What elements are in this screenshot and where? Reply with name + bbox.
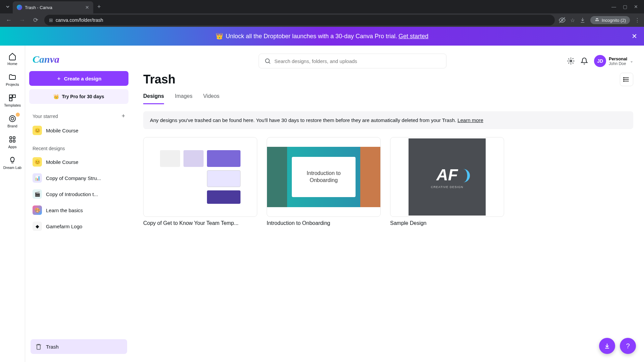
icon-rail: Home Projects Templates Brand Apps Dream…	[0, 46, 25, 362]
rail-label: Projects	[6, 82, 19, 86]
logo-mark: AF	[431, 166, 463, 184]
design-grid: Copy of Get to Know Your Team Temp... In…	[143, 137, 633, 226]
search-input[interactable]	[274, 58, 441, 64]
try-pro-button[interactable]: 👑 Try Pro for 30 days	[29, 89, 128, 104]
design-thumb-icon: ◆	[33, 222, 42, 231]
sidebar-item-label: Gamefarm Logo	[46, 224, 125, 229]
browser-tab[interactable]: Trash - Canva ✕	[13, 1, 93, 13]
settings-icon[interactable]	[567, 57, 575, 65]
design-thumbnail: Introduction to Onboarding	[267, 137, 381, 217]
incognito-label: Incognito (2)	[602, 18, 626, 23]
info-text: Any designs you've trashed can be found …	[150, 117, 456, 123]
recent-item-introduction[interactable]: 🎬 Copy of Introduction t...	[29, 186, 128, 202]
svg-point-7	[9, 116, 15, 122]
sidebar-item-label: Mobile Course	[46, 128, 125, 133]
view-toggle-button[interactable]	[620, 73, 633, 86]
reload-button[interactable]: ⟳	[31, 15, 40, 25]
svg-point-2	[595, 20, 597, 21]
rail-dreamlab[interactable]: Dream Lab	[2, 154, 23, 172]
window-controls: — ▢ ✕	[611, 4, 641, 9]
svg-rect-6	[9, 98, 12, 101]
canva-favicon	[17, 5, 22, 10]
help-fab[interactable]: ?	[620, 338, 636, 354]
browser-menu-icon[interactable]: ⋮	[635, 17, 640, 23]
minimize-icon[interactable]: —	[611, 4, 616, 9]
brand-icon	[8, 115, 16, 123]
topbar: JD Personal John Doe ⌄	[143, 54, 633, 68]
eye-off-icon[interactable]	[559, 17, 566, 23]
banner-text: Unlock all the Droptober launches with a…	[226, 33, 397, 40]
rail-label: Dream Lab	[3, 166, 21, 170]
starred-header: Your starred +	[29, 110, 128, 122]
banner-close-icon[interactable]: ✕	[632, 32, 637, 40]
bookmark-star-icon[interactable]: ☆	[570, 17, 575, 23]
content-tabs: Designs Images Videos	[143, 93, 633, 105]
profile-menu[interactable]: JD Personal John Doe ⌄	[594, 55, 633, 67]
starred-item-mobile-course[interactable]: 😊 Mobile Course	[29, 122, 128, 138]
starred-label: Your starred	[33, 114, 58, 119]
fab-container: ?	[599, 338, 636, 354]
templates-icon	[8, 94, 16, 102]
design-card[interactable]: Introduction to Onboarding Introduction …	[267, 137, 381, 226]
tab-search-dropdown[interactable]	[3, 2, 13, 12]
learn-more-link[interactable]: Learn more	[458, 117, 483, 123]
logo-tagline: CREATIVE DESIGN	[431, 185, 463, 189]
new-tab-button[interactable]: +	[93, 3, 105, 10]
close-window-icon[interactable]: ✕	[634, 4, 638, 9]
rail-home[interactable]: Home	[2, 50, 23, 68]
sidebar-trash-item[interactable]: Trash	[31, 339, 127, 354]
svg-point-18	[624, 77, 624, 78]
svg-point-14	[570, 60, 572, 62]
design-card[interactable]: Copy of Get to Know Your Team Temp...	[143, 137, 257, 226]
recent-item-learn-basics[interactable]: 🎨 Learn the basics	[29, 202, 128, 218]
tab-images[interactable]: Images	[175, 93, 192, 104]
rail-projects[interactable]: Projects	[2, 70, 23, 89]
thumb-text-line1: Introduction to	[307, 170, 340, 177]
browser-toolbar: ← → ⟳ ⊞ canva.com/folder/trash ☆ Incogni…	[0, 13, 644, 27]
address-bar[interactable]: ⊞ canva.com/folder/trash	[44, 15, 555, 25]
recent-item-company-structure[interactable]: 📊 Copy of Company Stru...	[29, 170, 128, 186]
svg-point-13	[265, 59, 269, 63]
forward-button[interactable]: →	[17, 15, 27, 25]
downloads-icon[interactable]	[580, 17, 586, 23]
design-thumb-icon: 📊	[33, 173, 42, 183]
rail-label: Brand	[7, 124, 17, 128]
maximize-icon[interactable]: ▢	[623, 4, 627, 9]
create-design-button[interactable]: ＋ Create a design	[29, 71, 128, 86]
rail-brand[interactable]: Brand	[2, 112, 23, 131]
tab-close-icon[interactable]: ✕	[85, 5, 89, 10]
download-fab[interactable]	[599, 338, 615, 354]
svg-point-20	[624, 81, 624, 81]
try-pro-label: Try Pro for 30 days	[62, 94, 104, 99]
recent-item-gamefarm-logo[interactable]: ◆ Gamefarm Logo	[29, 218, 128, 234]
sidebar-item-label: Mobile Course	[46, 159, 125, 165]
sidebar: Canva ＋ Create a design 👑 Try Pro for 30…	[25, 46, 132, 362]
svg-point-3	[597, 20, 598, 21]
rail-templates[interactable]: Templates	[2, 91, 23, 110]
recent-item-mobile-course[interactable]: 😊 Mobile Course	[29, 154, 128, 170]
tab-videos[interactable]: Videos	[203, 93, 220, 104]
design-card[interactable]: AF CREATIVE DESIGN Sample Design	[390, 137, 504, 226]
search-box[interactable]	[259, 54, 446, 68]
banner-cta-link[interactable]: Get started	[398, 33, 428, 40]
design-thumb-icon: 😊	[33, 126, 42, 135]
rail-apps[interactable]: Apps	[2, 133, 23, 152]
crown-icon: 👑	[216, 33, 223, 40]
tab-designs[interactable]: Designs	[143, 93, 164, 104]
canva-logo[interactable]: Canva	[29, 51, 128, 71]
incognito-badge[interactable]: Incognito (2)	[590, 16, 630, 24]
design-thumb-icon: 🎬	[33, 189, 42, 199]
search-icon	[264, 58, 271, 64]
promo-banner: 👑 Unlock all the Droptober launches with…	[0, 27, 644, 46]
avatar: JD	[594, 55, 606, 67]
logo-text: Canva	[33, 54, 59, 65]
create-label: Create a design	[64, 76, 102, 81]
recent-label: Recent designs	[33, 146, 65, 151]
back-button[interactable]: ←	[4, 15, 13, 25]
sidebar-item-label: Learn the basics	[46, 207, 125, 213]
site-info-icon[interactable]: ⊞	[49, 17, 53, 23]
recent-header: Recent designs	[29, 143, 128, 154]
notifications-icon[interactable]	[581, 57, 588, 65]
info-box: Any designs you've trashed can be found …	[143, 111, 633, 129]
add-starred-icon[interactable]: +	[121, 113, 125, 120]
